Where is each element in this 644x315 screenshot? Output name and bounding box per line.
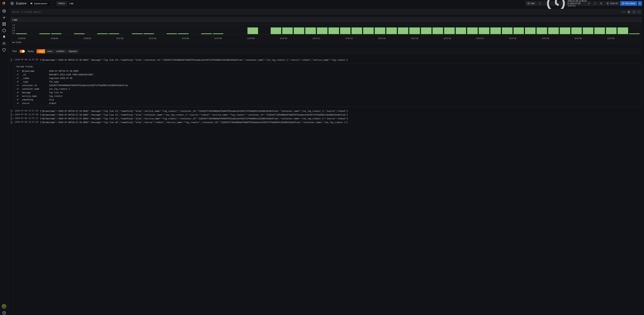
chevron-down-icon[interactable]: ▾ xyxy=(12,58,15,61)
chart-bar[interactable] xyxy=(548,27,559,34)
chart-bar[interactable] xyxy=(305,27,316,34)
chart-bar[interactable] xyxy=(502,27,512,34)
chart-bar[interactable] xyxy=(571,27,582,34)
chart-bar[interactable] xyxy=(490,27,501,34)
chart-bar[interactable] xyxy=(363,27,374,34)
chart-bar[interactable] xyxy=(282,27,293,34)
chart-bar[interactable] xyxy=(51,33,62,34)
clear-all-button[interactable]: Clear All xyxy=(604,1,620,6)
log-message[interactable]: {"@timestamp":"2020-07-09T10:57:27.000Z"… xyxy=(40,117,642,120)
stats-icon[interactable] xyxy=(16,95,19,97)
run-query-dropdown[interactable]: ▼ xyxy=(638,1,642,6)
chart-bar[interactable] xyxy=(74,33,84,34)
stats-icon[interactable] xyxy=(16,73,19,76)
chart-bar[interactable] xyxy=(618,27,628,34)
time-forward-button[interactable] xyxy=(592,1,598,6)
stats-icon[interactable] xyxy=(16,77,19,79)
chart-bar[interactable] xyxy=(467,27,478,34)
explore-icon[interactable] xyxy=(2,28,6,32)
chart-bar[interactable] xyxy=(479,27,489,34)
chart-bar[interactable] xyxy=(294,27,304,34)
chart-bar[interactable] xyxy=(560,27,570,34)
dedup-numbers-button[interactable]: numbers xyxy=(54,49,66,53)
stats-icon[interactable] xyxy=(16,102,19,104)
add-query-button[interactable] xyxy=(632,10,636,14)
avatar[interactable] xyxy=(2,304,6,309)
dashboards-icon[interactable] xyxy=(2,22,6,26)
log-message[interactable]: {"@timestamp":"2020-07-09T10:57:28.000Z"… xyxy=(40,113,642,116)
chart-bar[interactable] xyxy=(536,27,547,34)
zoom-out-button[interactable] xyxy=(598,1,604,6)
parsed-field: _typeflb_type xyxy=(16,80,640,83)
chart-bar[interactable] xyxy=(525,27,536,34)
chart-bar[interactable] xyxy=(629,33,640,34)
chart-bar[interactable] xyxy=(352,27,362,34)
log-message[interactable]: {"@timestamp":"2020-07-09T10:57:29.000Z"… xyxy=(40,110,642,113)
stats-icon[interactable] xyxy=(16,70,19,72)
chart-bar[interactable] xyxy=(248,27,258,34)
remove-query-button[interactable] xyxy=(637,10,641,14)
metrics-button[interactable]: Metrics xyxy=(56,1,67,5)
chart-bar[interactable] xyxy=(109,33,120,34)
chart-bar[interactable] xyxy=(386,27,397,34)
chart-bar[interactable] xyxy=(97,33,108,34)
query-elapsed: 0.0s xyxy=(622,11,626,13)
time-back-button[interactable] xyxy=(537,1,543,6)
chart-bar[interactable] xyxy=(16,33,27,34)
parsed-field: sourcestdout xyxy=(16,101,640,105)
stats-icon[interactable] xyxy=(16,84,19,87)
chart-bar[interactable] xyxy=(444,27,455,34)
log-message[interactable]: {"@timestamp":"2020-07-09T10:57:26.000Z"… xyxy=(40,121,642,124)
chart-bar[interactable] xyxy=(421,27,432,34)
chart-bar[interactable] xyxy=(178,33,189,34)
chevron-right-icon[interactable]: ▸ xyxy=(12,110,15,112)
chart-bar[interactable] xyxy=(514,27,524,34)
chart-bar[interactable] xyxy=(328,27,339,34)
datasource-picker[interactable]: Elasticsearch ▼ xyxy=(28,1,54,6)
chart-bar[interactable] xyxy=(340,27,351,34)
chevron-right-icon[interactable]: ▸ xyxy=(12,113,15,116)
chart-bar[interactable] xyxy=(144,33,154,34)
chart-bar[interactable] xyxy=(375,27,385,34)
compass-icon[interactable] xyxy=(2,9,6,13)
dedup-none-button[interactable]: none xyxy=(36,49,45,53)
chart-bar[interactable] xyxy=(201,33,212,34)
chart-bar[interactable] xyxy=(271,27,281,34)
chart-plot[interactable] xyxy=(16,24,640,34)
stats-icon[interactable] xyxy=(16,98,19,101)
chevron-right-icon[interactable]: ▸ xyxy=(12,121,15,123)
chart-bar[interactable] xyxy=(398,27,408,34)
chart-bar[interactable] xyxy=(317,27,328,34)
shield-icon[interactable] xyxy=(2,48,6,52)
grafana-logo[interactable] xyxy=(2,1,6,7)
chart-bar[interactable] xyxy=(409,27,420,34)
chart-bar[interactable] xyxy=(40,33,50,34)
chevron-right-icon[interactable]: ▸ xyxy=(12,117,15,119)
log-message[interactable]: {"@timestamp":"2020-07-09T10:57:30.000Z"… xyxy=(40,58,642,61)
plus-icon[interactable] xyxy=(2,15,6,19)
time-toggle[interactable] xyxy=(20,50,25,53)
query-input[interactable] xyxy=(10,9,622,15)
help-icon[interactable] xyxy=(2,311,6,315)
chart-bar[interactable] xyxy=(132,33,142,34)
chart-bar[interactable] xyxy=(583,27,593,34)
dedup-exact-button[interactable]: exact xyxy=(45,49,54,53)
stats-icon[interactable] xyxy=(16,91,19,94)
run-query-button[interactable]: Run Query xyxy=(620,1,637,6)
toggle-visibility-button[interactable] xyxy=(626,10,631,14)
chart-bar[interactable] xyxy=(213,33,224,34)
stats-icon[interactable] xyxy=(16,88,19,90)
time-range-picker[interactable]: 2020-07-09 12:56:53 to 2020-07-09 12:57:… xyxy=(544,1,592,6)
logs-button[interactable]: Logs xyxy=(67,1,76,5)
chart-bar[interactable] xyxy=(606,27,616,34)
stats-icon[interactable] xyxy=(16,80,19,83)
chart-bar[interactable] xyxy=(456,27,466,34)
chart-bar[interactable] xyxy=(167,33,177,34)
chart-bar[interactable] xyxy=(432,27,443,34)
split-button[interactable]: Split xyxy=(526,1,536,6)
gear-icon[interactable] xyxy=(2,41,6,45)
compass-icon[interactable] xyxy=(10,1,14,5)
chart-bar[interactable] xyxy=(594,27,605,34)
dedup-signature-button[interactable]: signature xyxy=(66,49,79,53)
bell-icon[interactable] xyxy=(2,35,6,39)
